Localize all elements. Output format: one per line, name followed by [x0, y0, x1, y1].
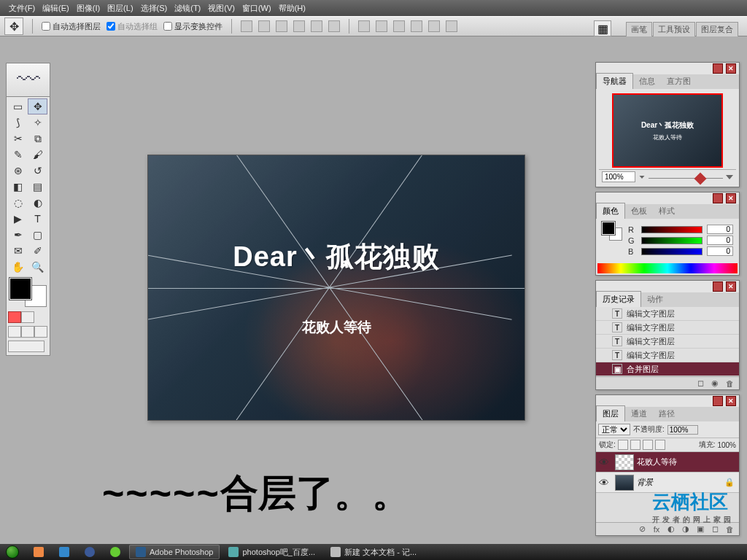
zoom-out-icon[interactable]: [638, 175, 646, 179]
link-icon[interactable]: ⊘: [637, 524, 647, 534]
tab-layers[interactable]: 图层: [596, 405, 625, 421]
align-icon[interactable]: [241, 20, 252, 32]
align-icon[interactable]: [258, 20, 270, 32]
menu-filter[interactable]: 滤镜(T): [171, 1, 204, 15]
start-button[interactable]: [0, 544, 25, 560]
menu-help[interactable]: 帮助(H): [276, 1, 309, 15]
blur-tool[interactable]: ◌: [8, 195, 28, 211]
trash-icon[interactable]: 🗑: [724, 378, 735, 389]
menu-image[interactable]: 图像(I): [74, 1, 103, 15]
spectrum-bar[interactable]: [597, 263, 738, 273]
menu-edit[interactable]: 编辑(E): [39, 1, 72, 15]
foreground-color[interactable]: [9, 278, 31, 300]
crop-tool[interactable]: ✂: [8, 131, 28, 147]
quicklaunch-item[interactable]: [104, 545, 127, 559]
toolbox-handle[interactable]: 〰: [6, 63, 50, 97]
tab-tool-presets[interactable]: 工具预设: [653, 22, 695, 36]
group-icon[interactable]: ▣: [695, 524, 705, 534]
history-item[interactable]: T编辑文字图层: [596, 321, 739, 335]
history-item[interactable]: T编辑文字图层: [596, 335, 739, 349]
zoom-in-icon[interactable]: [726, 175, 733, 179]
zoom-slider[interactable]: [649, 172, 723, 182]
distribute-icon[interactable]: [411, 20, 422, 32]
zoom-tool[interactable]: 🔍: [28, 259, 47, 275]
lock-transparent-icon[interactable]: [618, 440, 628, 450]
tab-paths[interactable]: 路径: [653, 406, 681, 421]
lock-paint-icon[interactable]: [630, 440, 640, 450]
heal-tool[interactable]: ✎: [8, 147, 28, 163]
pen-tool[interactable]: ✒: [8, 227, 28, 243]
move-tool[interactable]: ✥: [28, 98, 47, 114]
align-icon[interactable]: [276, 20, 287, 32]
tab-histogram[interactable]: 直方图: [661, 74, 697, 89]
snapshot-icon[interactable]: ◉: [710, 378, 720, 389]
hand-tool[interactable]: ✋: [8, 259, 28, 275]
quicklaunch-item[interactable]: [27, 545, 50, 559]
tab-info[interactable]: 信息: [633, 74, 661, 89]
tab-actions[interactable]: 动作: [641, 292, 669, 307]
new-layer-icon[interactable]: ◻: [710, 524, 720, 534]
document-window[interactable]: Dear丶孤花独败 花败人等待: [147, 155, 525, 421]
distribute-icon[interactable]: [428, 20, 440, 32]
show-transform-checkbox[interactable]: 显示变换控件: [163, 21, 222, 32]
menu-view[interactable]: 视图(V): [205, 1, 238, 15]
blend-mode-select[interactable]: 正常: [598, 424, 630, 435]
adj-icon[interactable]: ◑: [681, 524, 691, 534]
slice-tool[interactable]: ⧉: [28, 131, 47, 147]
align-icon[interactable]: [328, 20, 340, 32]
move-tool-indicator[interactable]: ✥: [4, 18, 23, 35]
dodge-tool[interactable]: ◐: [28, 195, 47, 211]
distribute-icon[interactable]: [358, 20, 370, 32]
navigator-thumbnail[interactable]: Dear丶孤花独败 花败人等待: [612, 93, 723, 168]
stamp-tool[interactable]: ⊛: [8, 163, 28, 179]
layer-row[interactable]: 👁 花败人等待: [596, 452, 739, 472]
zoom-field[interactable]: 100%: [602, 171, 635, 182]
layer-name[interactable]: 背景: [637, 477, 721, 488]
shape-tool[interactable]: ▢: [28, 227, 47, 243]
type-tool[interactable]: T: [28, 211, 47, 227]
eraser-tool[interactable]: ◧: [8, 179, 28, 195]
tab-swatches[interactable]: 色板: [625, 203, 653, 219]
lasso-tool[interactable]: ⟆: [8, 114, 28, 131]
marquee-tool[interactable]: ▭: [8, 98, 28, 114]
taskbar-app[interactable]: 新建 文本文档 - 记...: [324, 545, 423, 559]
screen-full-menu[interactable]: [21, 326, 34, 338]
new-doc-icon[interactable]: ◻: [695, 378, 705, 389]
close-icon[interactable]: ✕: [726, 396, 736, 406]
history-item-selected[interactable]: ▣合并图层: [596, 362, 739, 376]
mask-icon[interactable]: ◐: [666, 524, 676, 534]
fx-icon[interactable]: fx: [651, 524, 662, 534]
tab-channels[interactable]: 通道: [625, 406, 653, 421]
notes-tool[interactable]: ✉: [8, 243, 28, 259]
color-swatch-pair[interactable]: [602, 222, 622, 241]
auto-select-layer-checkbox[interactable]: 自动选择图层: [42, 21, 101, 32]
lock-move-icon[interactable]: [643, 440, 653, 450]
close-icon[interactable]: ✕: [726, 63, 736, 74]
g-value[interactable]: 0: [707, 236, 733, 245]
layer-name[interactable]: 花败人等待: [637, 456, 735, 467]
minimize-icon[interactable]: [713, 63, 723, 74]
trash-icon[interactable]: 🗑: [724, 524, 735, 534]
fill-field[interactable]: 100%: [717, 441, 736, 449]
distribute-icon[interactable]: [393, 20, 405, 32]
tab-color[interactable]: 颜色: [596, 203, 625, 219]
layer-thumbnail[interactable]: [615, 454, 634, 470]
taskbar-app[interactable]: Adobe Photoshop: [129, 545, 220, 559]
close-icon[interactable]: ✕: [726, 281, 736, 292]
visibility-icon[interactable]: 👁: [596, 477, 612, 489]
screen-full[interactable]: [34, 326, 47, 338]
history-brush-tool[interactable]: ↺: [28, 163, 47, 179]
eyedropper-tool[interactable]: ✐: [28, 243, 47, 259]
tab-navigator[interactable]: 导航器: [596, 73, 633, 89]
menu-layer[interactable]: 图层(L): [104, 1, 136, 15]
jump-to-imageready[interactable]: [8, 341, 44, 352]
minimize-icon[interactable]: [713, 281, 723, 292]
tab-layer-comps[interactable]: 图层复合: [696, 22, 738, 36]
menu-select[interactable]: 选择(S): [138, 1, 171, 15]
color-swatch[interactable]: [8, 278, 48, 307]
r-value[interactable]: 0: [707, 225, 733, 234]
wand-tool[interactable]: ✧: [28, 114, 47, 131]
history-item[interactable]: T编辑文字图层: [596, 307, 739, 321]
menu-window[interactable]: 窗口(W): [239, 1, 274, 15]
brush-tool[interactable]: 🖌: [28, 147, 47, 163]
